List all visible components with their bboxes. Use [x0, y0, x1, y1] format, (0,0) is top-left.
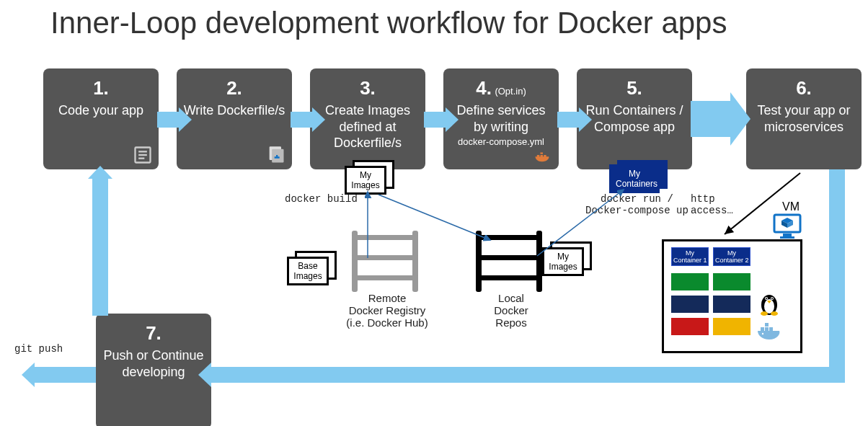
thin-arrow-test: [714, 169, 822, 249]
arrow-2-3: [291, 112, 312, 128]
svg-rect-11: [783, 234, 792, 236]
cblock-navy-1: [671, 296, 709, 313]
cblock-green-1: [671, 273, 709, 290]
cmd-git-push: git push: [14, 343, 63, 355]
svg-line-7: [378, 195, 490, 240]
step-4-sub: docker-compose.yml: [458, 136, 544, 147]
step-2-text: Write Dockerfile/s: [184, 102, 285, 119]
local-repos-label: Local Docker Repos: [472, 292, 550, 329]
linux-icon: [758, 290, 781, 316]
svg-rect-23: [769, 327, 773, 331]
docker-icon: [533, 145, 553, 165]
svg-line-8: [537, 190, 624, 256]
svg-point-17: [766, 298, 767, 299]
cblock-red: [671, 318, 709, 335]
step-4-opt: (Opt.in): [495, 86, 526, 97]
arrow-bottom: [211, 367, 845, 383]
vm-label: VM: [782, 200, 800, 213]
step-3: 3. Create Images defined at Dockerfile/s: [310, 68, 425, 169]
step-4-text: Define services by writing: [449, 102, 553, 135]
svg-rect-21: [761, 327, 764, 331]
arrow-4-5: [557, 112, 579, 128]
step-7: 7. Push or Continue developing: [96, 314, 211, 426]
arrow-7-1: [92, 179, 108, 316]
page-title: Inner-Loop development workflow for Dock…: [50, 6, 727, 40]
my-container-2: My Container 2: [713, 247, 750, 266]
step-5: 5. Run Containers / Compose app: [577, 68, 692, 169]
step-1-text: Code your app: [58, 102, 143, 119]
thin-arrows-build: [339, 186, 519, 272]
arrow-3-4: [424, 112, 446, 128]
svg-rect-12: [780, 236, 794, 239]
cblock-green-2: [713, 273, 750, 290]
step-5-num: 5.: [626, 77, 642, 99]
dockerfile-icon: [266, 145, 286, 165]
my-container-1: My Container 1: [671, 247, 709, 266]
svg-rect-24: [765, 323, 769, 327]
svg-point-20: [771, 311, 778, 316]
step-7-text: Push or Continue developing: [102, 347, 205, 380]
step-3-num: 3.: [360, 77, 376, 99]
arrow-git-push: [35, 367, 96, 383]
remote-registry-label: Remote Docker Registry (i.e. Docker Hub): [322, 292, 452, 329]
step-3-text: Create Images defined at Dockerfile/s: [316, 102, 420, 151]
step-1-num: 1.: [93, 77, 109, 99]
step-2-num: 2.: [226, 77, 242, 99]
step-6-text: Test your app or microservices: [752, 102, 856, 135]
base-images-card: Base Images: [287, 257, 329, 285]
arrow-5-6: [691, 101, 730, 137]
step-5-text: Run Containers / Compose app: [583, 102, 686, 135]
vm-box: My Container 1 My Container 2: [662, 239, 802, 353]
step-4-num: 4.: [476, 77, 492, 99]
step-7-num: 7.: [146, 322, 161, 345]
step-4: 4. (Opt.in) Define services by writing d…: [443, 68, 559, 169]
svg-point-18: [771, 298, 773, 299]
docker-whale-icon: [756, 321, 785, 344]
cblock-navy-2: [713, 296, 750, 313]
step-6-num: 6.: [796, 77, 812, 99]
svg-point-25: [762, 333, 763, 334]
thin-arrow-run: [526, 184, 656, 263]
step-6: 6. Test your app or microservices: [746, 68, 862, 169]
cblock-yellow: [713, 318, 750, 335]
arrow-1-2: [157, 112, 179, 128]
step-2: 2. Write Dockerfile/s: [177, 68, 292, 169]
arrow-6-down: [829, 169, 845, 375]
step-1: 1. Code your app: [43, 68, 159, 169]
svg-point-19: [761, 311, 768, 316]
monitor-icon: [773, 213, 802, 239]
svg-rect-22: [765, 327, 769, 331]
editor-icon: [133, 145, 153, 165]
